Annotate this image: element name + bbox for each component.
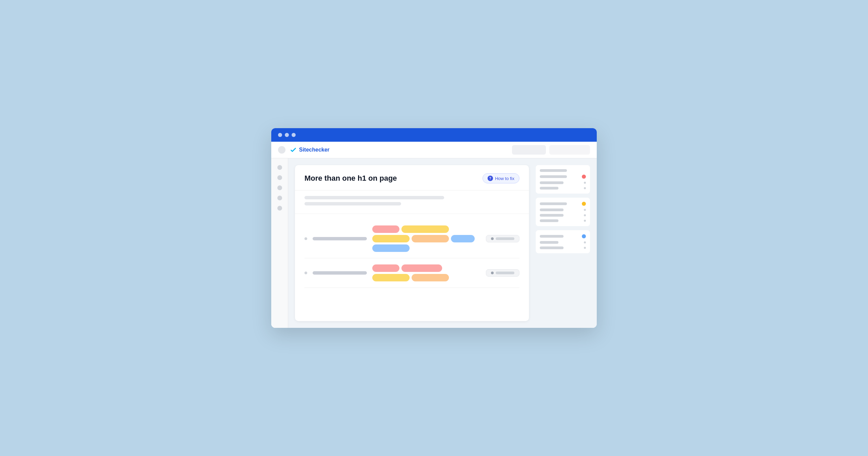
nav-dot-4[interactable]: [277, 196, 282, 200]
meta-bar-1: [304, 196, 444, 199]
sidebar-nav: [271, 158, 288, 328]
row-tags-2: [372, 264, 480, 281]
rs-bar-8: [540, 219, 558, 222]
rs-mini-dot-4: [584, 214, 586, 216]
center-panel: More than one h1 on page ? How to fix: [295, 165, 529, 321]
action-bar-2: [496, 272, 514, 274]
rs-row-1: [540, 169, 586, 172]
action-dot-2: [491, 272, 494, 274]
rs-bar-6: [540, 209, 564, 211]
rs-mini-dot-6: [584, 241, 586, 243]
panel-title: More than one h1 on page: [304, 174, 397, 183]
tag-orange-xl: [401, 225, 449, 233]
rs-group-2: [536, 198, 590, 226]
rs-bar-9: [540, 235, 564, 238]
table-row-2: [304, 258, 519, 288]
rs-row-7: [540, 214, 586, 217]
rs-dot-red: [582, 175, 586, 179]
rs-row-11: [540, 246, 586, 249]
toolbar-btn-1[interactable]: [512, 145, 546, 155]
rs-row-3: [540, 181, 586, 184]
rs-bar-1: [540, 169, 567, 172]
rs-bar-5: [540, 202, 567, 205]
meta-bar-2: [304, 202, 401, 205]
help-icon: ?: [488, 176, 493, 181]
tag-pink-sm: [372, 225, 399, 233]
row-tags-1: [372, 225, 480, 252]
rs-bar-3: [540, 181, 564, 184]
action-bar-1: [496, 237, 514, 240]
how-to-fix-label: How to fix: [495, 176, 514, 181]
tag-blue-md: [372, 244, 410, 252]
row-icon-1: [304, 237, 307, 240]
rs-dot-blue: [582, 234, 586, 238]
row-icon-2: [304, 272, 307, 274]
toolbar-circle: [278, 146, 285, 154]
window-dot-3: [292, 133, 296, 137]
row-label-bar-2: [313, 271, 367, 275]
window-dot-2: [285, 133, 289, 137]
window-dot-1: [278, 133, 282, 137]
rs-mini-dots-5: [584, 220, 586, 222]
rs-bar-2: [540, 175, 567, 178]
rs-mini-dots-6: [584, 241, 586, 243]
rs-mini-dot-2: [584, 187, 586, 189]
rs-mini-dots-3: [584, 209, 586, 211]
rs-mini-dot-7: [584, 247, 586, 249]
tag-peach-md-2: [412, 274, 449, 281]
rs-mini-dot-1: [584, 182, 586, 184]
toolbar-btn-2[interactable]: [549, 145, 590, 155]
tag-peach-md: [412, 235, 449, 242]
rs-row-9: [540, 234, 586, 238]
rs-row-8: [540, 219, 586, 222]
tag-pink-lg: [401, 264, 442, 272]
rs-bar-11: [540, 246, 564, 249]
rs-row-10: [540, 241, 586, 244]
rs-mini-dots-7: [584, 247, 586, 249]
tag-pink-sm-2: [372, 264, 399, 272]
rs-bar-10: [540, 241, 558, 244]
browser-body: More than one h1 on page ? How to fix: [271, 158, 597, 328]
table-row: [304, 219, 519, 258]
rs-mini-dots-2: [584, 187, 586, 189]
logo-text: Sitechecker: [299, 147, 330, 153]
rs-bar-7: [540, 214, 564, 217]
row-action-1[interactable]: [486, 235, 519, 242]
panel-header: More than one h1 on page ? How to fix: [295, 165, 529, 191]
spacer: [295, 214, 529, 219]
table-section: [295, 219, 529, 288]
tag-orange-md-2: [372, 274, 410, 281]
panel-meta: [295, 191, 529, 214]
tag-blue-xs: [451, 235, 475, 242]
main-content: More than one h1 on page ? How to fix: [288, 158, 597, 328]
rs-group-3: [536, 230, 590, 253]
logo-check-icon: [290, 146, 297, 154]
how-to-fix-button[interactable]: ? How to fix: [482, 173, 519, 183]
browser-window: Sitechecker More than one h1 on page: [271, 128, 597, 328]
browser-titlebar: [271, 128, 597, 142]
nav-dot-1[interactable]: [277, 165, 282, 170]
row-action-2[interactable]: [486, 269, 519, 277]
nav-dot-5[interactable]: [277, 206, 282, 211]
right-sidebar: [536, 165, 590, 321]
nav-dot-2[interactable]: [277, 175, 282, 180]
nav-dot-3[interactable]: [277, 185, 282, 190]
rs-row-4: [540, 187, 586, 190]
rs-group-1: [536, 165, 590, 194]
rs-bar-4: [540, 187, 558, 190]
rs-dot-orange: [582, 202, 586, 206]
action-dot-1: [491, 237, 494, 240]
row-label-bar-1: [313, 237, 367, 240]
rs-row-6: [540, 209, 586, 211]
rs-mini-dot-3: [584, 209, 586, 211]
rs-mini-dots-1: [584, 182, 586, 184]
rs-row-5: [540, 202, 586, 206]
brand-logo: Sitechecker: [290, 146, 330, 154]
browser-toolbar: Sitechecker: [271, 142, 597, 158]
rs-row-2: [540, 175, 586, 179]
toolbar-buttons: [512, 145, 590, 155]
rs-mini-dot-5: [584, 220, 586, 222]
rs-mini-dots-4: [584, 214, 586, 216]
tag-orange-md: [372, 235, 410, 242]
